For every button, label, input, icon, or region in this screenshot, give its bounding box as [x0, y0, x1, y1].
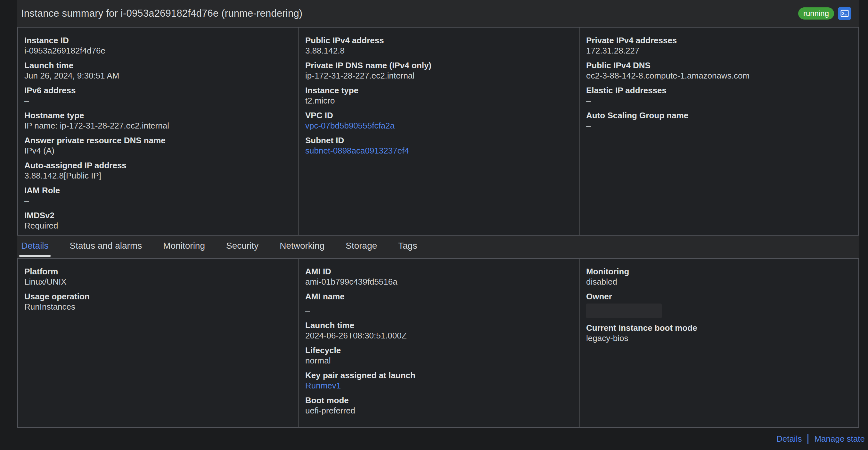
field-value: 172.31.28.227: [586, 46, 852, 56]
field-value: IP name: ip-172-31-28-227.ec2.internal: [24, 121, 292, 131]
field-value: 3.88.142.8: [305, 46, 573, 56]
field-label: AMI ID: [305, 266, 573, 277]
footer-separator: [807, 434, 808, 444]
field-value: –: [24, 95, 292, 106]
summary-column-1: Instance ID i-0953a269182f4d76e Launch t…: [18, 28, 298, 235]
field-group: Instance type t2.micro: [305, 85, 573, 106]
field-value: i-0953a269182f4d76e: [24, 46, 292, 56]
field-group: Subnet ID subnet-0898aca0913237ef4: [305, 135, 573, 156]
field-value: ip-172-31-28-227.ec2.internal: [305, 70, 573, 81]
field-group: Hostname type IP name: ip-172-31-28-227.…: [24, 110, 292, 131]
field-value: normal: [305, 355, 573, 366]
field-label: Elastic IP addresses: [586, 85, 852, 95]
vpc-id-link[interactable]: vpc-07bd5b90555fcfa2a: [305, 121, 573, 131]
tab-tags[interactable]: Tags: [398, 241, 417, 258]
field-value: IPv4 (A): [24, 146, 292, 156]
field-label: Private IP DNS name (IPv4 only): [305, 60, 573, 70]
key-pair-link[interactable]: Runmev1: [305, 381, 573, 391]
field-group: Owner: [586, 291, 852, 318]
field-value: 3.88.142.8[Public IP]: [24, 171, 292, 181]
footer-details-link[interactable]: Details: [776, 434, 802, 444]
footer-manage-state-link[interactable]: Manage state: [814, 434, 865, 444]
field-label: Boot mode: [305, 395, 573, 406]
field-group: IMDSv2 Required: [24, 210, 292, 231]
footer-actions: Details Manage state: [776, 428, 865, 450]
field-group: Instance ID i-0953a269182f4d76e: [24, 35, 292, 56]
page-title: Instance summary for i-0953a269182f4d76e…: [21, 8, 302, 19]
field-value: disabled: [586, 277, 852, 287]
field-group: IPv6 address –: [24, 85, 292, 106]
field-value: ami-01b799c439fd5516a: [305, 277, 573, 287]
field-group: Private IP DNS name (IPv4 only) ip-172-3…: [305, 60, 573, 81]
field-label: Public IPv4 DNS: [586, 60, 852, 70]
field-label: Hostname type: [24, 110, 292, 121]
field-label: IAM Role: [24, 185, 292, 196]
tab-details[interactable]: Details: [21, 241, 49, 258]
instance-tabs: Details Status and alarms Monitoring Sec…: [17, 236, 859, 258]
field-value: Required: [24, 220, 292, 231]
details-tab-panel: Platform Linux/UNIX Usage operation RunI…: [17, 258, 859, 428]
field-group: Public IPv4 DNS ec2-3-88-142-8.compute-1…: [586, 60, 852, 81]
field-value: –: [305, 305, 573, 316]
field-group: Lifecycle normal: [305, 345, 573, 366]
tab-monitoring[interactable]: Monitoring: [163, 241, 205, 258]
header-actions: running: [798, 7, 851, 20]
field-label: Launch time: [24, 60, 292, 70]
field-group: Launch time Jun 26, 2024, 9:30:51 AM: [24, 60, 292, 81]
summary-column-2: Public IPv4 address 3.88.142.8 Private I…: [298, 28, 579, 235]
details-column-3: Monitoring disabled Owner Current instan…: [579, 259, 858, 427]
field-label: Public IPv4 address: [305, 35, 573, 46]
field-label: Auto Scaling Group name: [586, 110, 852, 121]
field-group: AMI name –: [305, 291, 573, 316]
field-group: VPC ID vpc-07bd5b90555fcfa2a: [305, 110, 573, 131]
field-group: Auto-assigned IP address 3.88.142.8[Publ…: [24, 160, 292, 181]
field-value: –: [586, 121, 852, 131]
field-group: Usage operation RunInstances: [24, 291, 292, 312]
field-label: Platform: [24, 266, 292, 277]
field-label: Usage operation: [24, 291, 292, 302]
field-label: Auto-assigned IP address: [24, 160, 292, 171]
field-label: AMI name: [305, 291, 573, 302]
field-label: Launch time: [305, 320, 573, 330]
tab-security[interactable]: Security: [226, 241, 258, 258]
field-label: Key pair assigned at launch: [305, 370, 573, 381]
field-value: –: [586, 95, 852, 106]
field-value: legacy-bios: [586, 333, 852, 343]
instance-summary-panel: Instance ID i-0953a269182f4d76e Launch t…: [17, 27, 859, 236]
field-value: Linux/UNIX: [24, 277, 292, 287]
subnet-id-link[interactable]: subnet-0898aca0913237ef4: [305, 146, 573, 156]
field-label: Answer private resource DNS name: [24, 135, 292, 146]
field-group: Answer private resource DNS name IPv4 (A…: [24, 135, 292, 156]
field-label: Subnet ID: [305, 135, 573, 146]
tab-networking[interactable]: Networking: [280, 241, 324, 258]
tab-storage[interactable]: Storage: [346, 241, 377, 258]
status-badge: running: [798, 7, 834, 20]
instance-summary-header: Instance summary for i-0953a269182f4d76e…: [17, 0, 859, 27]
field-label: Lifecycle: [305, 345, 573, 355]
details-column-1: Platform Linux/UNIX Usage operation RunI…: [18, 259, 298, 427]
field-group: Launch time 2024-06-26T08:30:51.000Z: [305, 320, 573, 341]
tab-status-and-alarms[interactable]: Status and alarms: [70, 241, 142, 258]
field-group: Current instance boot mode legacy-bios: [586, 323, 852, 343]
field-label: Owner: [586, 291, 852, 302]
field-value: –: [24, 196, 292, 206]
field-value: t2.micro: [305, 95, 573, 106]
field-group: IAM Role –: [24, 185, 292, 206]
details-column-2: AMI ID ami-01b799c439fd5516a AMI name – …: [298, 259, 579, 427]
field-label: VPC ID: [305, 110, 573, 121]
field-value: 2024-06-26T08:30:51.000Z: [305, 330, 573, 341]
main-content: Instance summary for i-0953a269182f4d76e…: [17, 0, 859, 428]
field-value: RunInstances: [24, 302, 292, 312]
field-group: Boot mode uefi-preferred: [305, 395, 573, 416]
field-label: Instance type: [305, 85, 573, 95]
field-group: Platform Linux/UNIX: [24, 266, 292, 287]
connect-terminal-button[interactable]: [838, 7, 851, 20]
terminal-icon: [840, 9, 849, 18]
summary-column-3: Private IPv4 addresses 172.31.28.227 Pub…: [579, 28, 858, 235]
field-value: Jun 26, 2024, 9:30:51 AM: [24, 70, 292, 81]
field-group: Monitoring disabled: [586, 266, 852, 287]
field-label: Private IPv4 addresses: [586, 35, 852, 46]
field-label: IPv6 address: [24, 85, 292, 95]
field-value: ec2-3-88-142-8.compute-1.amazonaws.com: [586, 70, 852, 81]
field-label: Monitoring: [586, 266, 852, 277]
